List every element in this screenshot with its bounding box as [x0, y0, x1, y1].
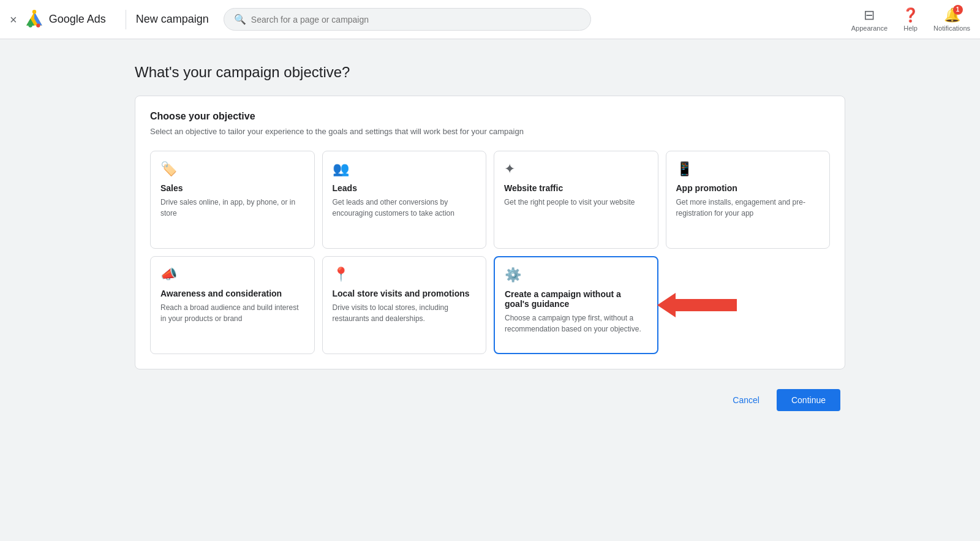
cancel-button[interactable]: Cancel — [723, 389, 769, 411]
leads-desc: Get leads and other conversions by encou… — [333, 197, 477, 219]
local-store-icon: 📍 — [333, 267, 477, 282]
help-action[interactable]: ❓ Help — [902, 7, 919, 32]
objective-no-guidance[interactable]: ⚙️ Create a campaign without a goal's gu… — [494, 256, 658, 354]
sales-desc: Drive sales online, in app, by phone, or… — [160, 197, 304, 219]
page-title: What's your campaign objective? — [135, 64, 845, 81]
google-ads-logo: Google Ads — [24, 10, 106, 29]
help-icon: ❓ — [902, 7, 919, 23]
appearance-action[interactable]: ⊟ Appearance — [851, 7, 888, 32]
sales-title: Sales — [160, 183, 304, 193]
notifications-action[interactable]: 🔔 1 Notifications — [933, 7, 970, 32]
no-guidance-desc: Choose a campaign type first, without a … — [505, 312, 647, 335]
local-store-title: Local store visits and promotions — [333, 289, 477, 298]
header: × Google Ads New campaign 🔍 ⊟ Appearance… — [0, 0, 980, 39]
objectives-grid: 🏷️ Sales Drive sales online, in app, by … — [150, 151, 830, 354]
app-promotion-icon: 📱 — [676, 161, 820, 177]
notifications-icon: 🔔 1 — [944, 7, 960, 23]
google-ads-logo-icon — [24, 10, 44, 29]
objective-card-container: Choose your objective Select an objectiv… — [135, 96, 845, 369]
website-traffic-desc: Get the right people to visit your websi… — [504, 197, 648, 208]
objective-sales[interactable]: 🏷️ Sales Drive sales online, in app, by … — [150, 151, 315, 249]
objective-local-store[interactable]: 📍 Local store visits and promotions Driv… — [322, 256, 487, 354]
notifications-label: Notifications — [933, 25, 970, 32]
svg-point-6 — [32, 10, 36, 13]
search-bar[interactable]: 🔍 — [224, 8, 591, 31]
continue-button[interactable]: Continue — [777, 389, 840, 411]
search-icon: 🔍 — [234, 13, 246, 25]
awareness-title: Awareness and consideration — [160, 289, 304, 298]
objective-leads[interactable]: 👥 Leads Get leads and other conversions … — [322, 151, 487, 249]
app-promotion-title: App promotion — [676, 183, 820, 193]
header-divider — [126, 10, 126, 29]
main-content: What's your campaign objective? Choose y… — [61, 39, 919, 460]
help-label: Help — [903, 25, 918, 32]
campaign-title: New campaign — [136, 13, 209, 26]
search-input[interactable] — [251, 15, 581, 25]
no-guidance-title: Create a campaign without a goal's guida… — [505, 289, 647, 309]
red-arrow-indicator — [657, 293, 737, 317]
card-subtext: Select an objective to tailor your exper… — [150, 127, 830, 136]
leads-title: Leads — [333, 183, 477, 193]
local-store-desc: Drive visits to local stores, including … — [333, 302, 477, 324]
awareness-icon: 📣 — [160, 267, 304, 282]
brand-name: Google Ads — [49, 13, 106, 26]
bottom-actions: Cancel Continue — [135, 389, 845, 411]
sales-icon: 🏷️ — [160, 161, 304, 177]
svg-point-4 — [28, 23, 32, 27]
objective-website-traffic[interactable]: ✦ Website traffic Get the right people t… — [494, 151, 658, 249]
objective-awareness[interactable]: 📣 Awareness and consideration Reach a br… — [150, 256, 315, 354]
card-heading: Choose your objective — [150, 111, 830, 122]
header-actions: ⊟ Appearance ❓ Help 🔔 1 Notifications — [851, 7, 970, 32]
no-guidance-icon: ⚙️ — [505, 267, 647, 283]
app-promotion-desc: Get more installs, engagement and pre-re… — [676, 197, 820, 219]
website-traffic-title: Website traffic — [504, 183, 648, 193]
awareness-desc: Reach a broad audience and build interes… — [160, 302, 304, 324]
svg-point-5 — [36, 23, 40, 27]
close-button[interactable]: × — [10, 13, 17, 26]
objective-app-promotion[interactable]: 📱 App promotion Get more installs, engag… — [666, 151, 831, 249]
notification-badge: 1 — [953, 5, 963, 15]
appearance-label: Appearance — [851, 25, 888, 32]
leads-icon: 👥 — [333, 161, 477, 177]
website-traffic-icon: ✦ — [504, 161, 648, 177]
appearance-icon: ⊟ — [864, 7, 875, 23]
